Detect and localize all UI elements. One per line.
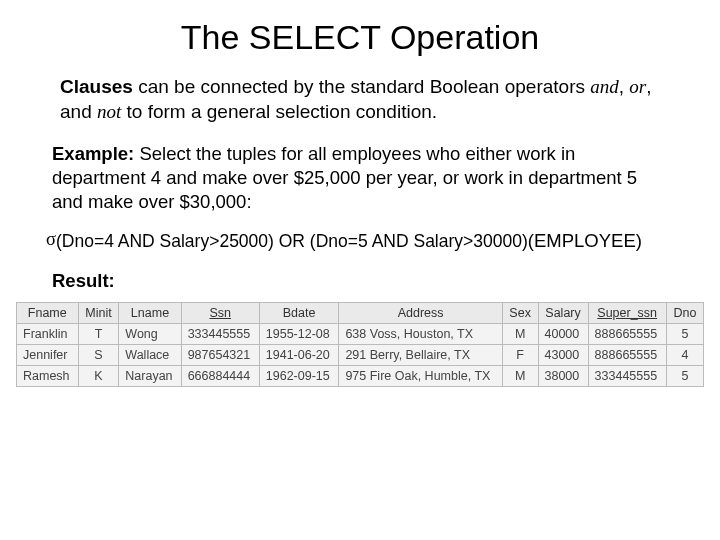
cell-address: 638 Voss, Houston, TX (339, 323, 502, 344)
col-minit: Minit (78, 302, 119, 323)
cell-dno: 5 (666, 365, 703, 386)
table-body: FranklinTWong3334455551955-12-08638 Voss… (17, 323, 704, 386)
cell-address: 975 Fire Oak, Humble, TX (339, 365, 502, 386)
cell-sex: M (502, 365, 538, 386)
op-or: or (629, 76, 646, 97)
result-table: FnameMinitLnameSsnBdateAddressSexSalaryS… (16, 302, 704, 387)
cell-fname: Ramesh (17, 365, 79, 386)
slide: The SELECT Operation Clauses can be conn… (0, 0, 720, 387)
cell-super_ssn: 333445555 (588, 365, 666, 386)
formula: σ(Dno=4 AND Salary>25000) OR (Dno=5 AND … (46, 229, 702, 252)
formula-arg: (EMPLOYEE) (528, 230, 642, 251)
formula-subscript: (Dno=4 AND Salary>25000) OR (Dno=5 AND S… (56, 231, 528, 251)
table-header-row: FnameMinitLnameSsnBdateAddressSexSalaryS… (17, 302, 704, 323)
cell-lname: Wallace (119, 344, 181, 365)
cell-address: 291 Berry, Bellaire, TX (339, 344, 502, 365)
cell-super_ssn: 888665555 (588, 323, 666, 344)
sigma-symbol: σ (46, 229, 56, 249)
cell-salary: 43000 (538, 344, 588, 365)
cell-fname: Franklin (17, 323, 79, 344)
intro-bold: Clauses (60, 76, 133, 97)
example-label: Example: (52, 143, 134, 164)
intro-rest2: to form a general selection condition. (121, 101, 437, 122)
cell-fname: Jennifer (17, 344, 79, 365)
col-ssn: Ssn (181, 302, 259, 323)
cell-minit: T (78, 323, 119, 344)
example-block: Example: Select the tuples for all emplo… (52, 142, 668, 214)
cell-ssn: 666884444 (181, 365, 259, 386)
col-lname: Lname (119, 302, 181, 323)
cell-dno: 4 (666, 344, 703, 365)
cell-minit: K (78, 365, 119, 386)
cell-ssn: 333445555 (181, 323, 259, 344)
cell-ssn: 987654321 (181, 344, 259, 365)
cell-sex: F (502, 344, 538, 365)
cell-bdate: 1941-06-20 (259, 344, 339, 365)
result-label: Result: (52, 270, 712, 292)
cell-bdate: 1955-12-08 (259, 323, 339, 344)
table-row: JenniferSWallace9876543211941-06-20291 B… (17, 344, 704, 365)
result-table-wrap: FnameMinitLnameSsnBdateAddressSexSalaryS… (16, 302, 704, 387)
cell-salary: 38000 (538, 365, 588, 386)
cell-lname: Wong (119, 323, 181, 344)
cell-bdate: 1962-09-15 (259, 365, 339, 386)
cell-dno: 5 (666, 323, 703, 344)
cell-super_ssn: 888665555 (588, 344, 666, 365)
cell-sex: M (502, 323, 538, 344)
op-not: not (97, 101, 121, 122)
op-and: and (590, 76, 619, 97)
example-text: Select the tuples for all employees who … (52, 143, 637, 212)
cell-lname: Narayan (119, 365, 181, 386)
col-dno: Dno (666, 302, 703, 323)
col-sex: Sex (502, 302, 538, 323)
col-super_ssn: Super_ssn (588, 302, 666, 323)
col-bdate: Bdate (259, 302, 339, 323)
cell-minit: S (78, 344, 119, 365)
table-row: FranklinTWong3334455551955-12-08638 Voss… (17, 323, 704, 344)
col-salary: Salary (538, 302, 588, 323)
page-title: The SELECT Operation (8, 18, 712, 57)
col-address: Address (339, 302, 502, 323)
intro-sep1: , (619, 76, 630, 97)
intro-text: Clauses can be connected by the standard… (60, 75, 682, 124)
col-fname: Fname (17, 302, 79, 323)
intro-rest1: can be connected by the standard Boolean… (133, 76, 590, 97)
table-row: RameshKNarayan6668844441962-09-15975 Fir… (17, 365, 704, 386)
cell-salary: 40000 (538, 323, 588, 344)
